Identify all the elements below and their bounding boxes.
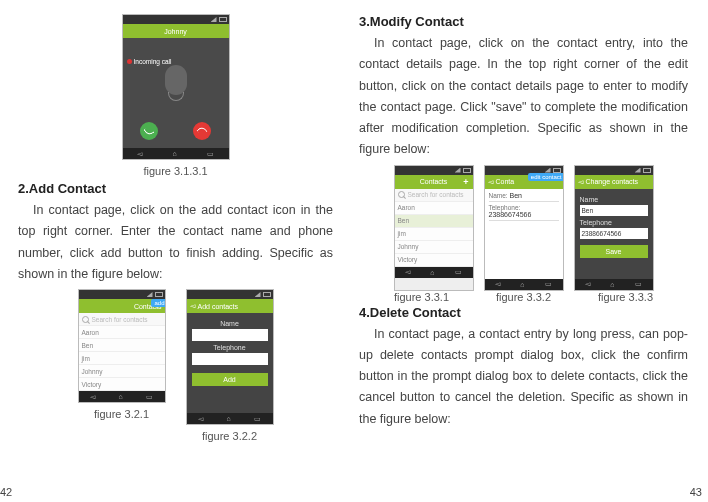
appbar-contact-detail: ◅ Conta edit contact bbox=[485, 175, 563, 189]
decline-button[interactable] bbox=[193, 122, 211, 140]
back-icon: ◅ bbox=[137, 150, 142, 158]
list-item[interactable]: Ben bbox=[79, 339, 165, 352]
search-row[interactable]: Search for contacts bbox=[79, 313, 165, 326]
name-label: Name bbox=[580, 196, 648, 203]
right-column: 3.Modify Contact In contact page, click … bbox=[345, 10, 690, 496]
recent-icon: ▭ bbox=[207, 150, 214, 158]
figure-caption: figure 3.3.3 bbox=[585, 291, 667, 303]
name-input[interactable] bbox=[192, 329, 268, 341]
android-nav-bar: ◅ ⌂ ▭ bbox=[123, 148, 229, 159]
signal-icon bbox=[211, 17, 217, 22]
telephone-input[interactable]: 23886674566 bbox=[580, 228, 648, 239]
phone-mock-incoming-call: Johnny Incoming call bbox=[122, 14, 230, 160]
section-2-title: 2.Add Contact bbox=[18, 181, 333, 196]
telephone-input[interactable] bbox=[192, 353, 268, 365]
figure-3-1-3-1: Johnny Incoming call bbox=[18, 14, 333, 177]
telephone-label: Telephone bbox=[580, 219, 648, 226]
save-button[interactable]: Save bbox=[580, 245, 648, 258]
appbar-contacts: Contacts + add contact bbox=[79, 299, 165, 313]
phone-down-icon bbox=[196, 125, 207, 136]
telephone-label: Telephone bbox=[192, 344, 268, 351]
list-item[interactable]: jim bbox=[395, 228, 473, 241]
telephone-value: 23886674566 bbox=[489, 211, 532, 218]
list-item[interactable]: jim bbox=[79, 352, 165, 365]
section-4-para: In contact page, a contact entry by long… bbox=[359, 324, 688, 430]
list-item[interactable]: Johnny bbox=[395, 241, 473, 254]
status-bar bbox=[123, 15, 229, 24]
list-item[interactable]: Aaron bbox=[395, 202, 473, 215]
appbar-add-contacts: ◅ Add contacts bbox=[187, 299, 273, 313]
list-item[interactable]: Victory bbox=[395, 254, 473, 267]
phone-mock-contacts-list: Contacts + add contact Search for contac… bbox=[78, 289, 166, 403]
figure-caption: figure 3.3.2 bbox=[483, 291, 565, 303]
list-item-selected[interactable]: Ben bbox=[395, 215, 473, 228]
name-input[interactable]: Ben bbox=[580, 205, 648, 216]
caller-name: Johnny bbox=[164, 28, 187, 35]
figures-3-2-row: Contacts + add contact Search for contac… bbox=[18, 289, 333, 442]
figure-caption: figure 3.1.3.1 bbox=[122, 165, 230, 177]
list-item[interactable]: Aaron bbox=[79, 326, 165, 339]
phone-mock-add-contact: ◅ Add contacts Name Telephone Add ◅⌂▭ bbox=[186, 289, 274, 425]
search-row[interactable]: Search for contacts bbox=[395, 189, 473, 202]
page-number-left: 42 bbox=[0, 486, 12, 498]
list-item[interactable]: Johnny bbox=[79, 365, 165, 378]
back-icon[interactable]: ◅ bbox=[488, 178, 493, 186]
mic-icon bbox=[165, 65, 187, 95]
add-contact-icon[interactable]: + bbox=[463, 177, 468, 187]
telephone-label: Telephone: bbox=[489, 204, 521, 211]
figure-caption: figure 3.2.2 bbox=[186, 430, 274, 442]
incoming-label: Incoming call bbox=[127, 58, 172, 65]
add-button[interactable]: Add bbox=[192, 373, 268, 386]
name-label: Name: bbox=[489, 192, 508, 199]
figure-caption: figure 3.2.1 bbox=[78, 408, 166, 420]
figures-3-3-row: Contacts+ Search for contacts Aaron Ben … bbox=[359, 165, 688, 291]
back-icon[interactable]: ◅ bbox=[578, 178, 583, 186]
figure-caption: figure 3.3.1 bbox=[381, 291, 463, 303]
phone-mock-contacts-list-2: Contacts+ Search for contacts Aaron Ben … bbox=[394, 165, 474, 291]
phone-mock-change-contact: ◅ Change contacts Name Ben Telephone 238… bbox=[574, 165, 654, 291]
call-header: Johnny bbox=[123, 24, 229, 38]
list-item[interactable]: Victory bbox=[79, 378, 165, 391]
answer-button[interactable] bbox=[140, 122, 158, 140]
add-contact-badge: add contact bbox=[151, 299, 165, 307]
battery-icon bbox=[219, 17, 227, 22]
name-value: Ben bbox=[509, 192, 521, 199]
phone-icon bbox=[144, 126, 155, 137]
edit-contact-badge[interactable]: edit contact bbox=[528, 173, 564, 181]
search-icon bbox=[82, 316, 89, 323]
section-4-title: 4.Delete Contact bbox=[359, 305, 688, 320]
section-3-title: 3.Modify Contact bbox=[359, 14, 688, 29]
page-number-right: 43 bbox=[690, 486, 702, 498]
left-column: Johnny Incoming call bbox=[0, 10, 345, 496]
section-2-para: In contact page, click on the add contac… bbox=[18, 200, 333, 285]
section-3-para: In contact page, click on the contact en… bbox=[359, 33, 688, 161]
record-dot-icon bbox=[127, 59, 132, 64]
name-label: Name bbox=[192, 320, 268, 327]
figure-3-3-captions: figure 3.3.1 figure 3.3.2 figure 3.3.3 bbox=[359, 291, 688, 303]
home-icon: ⌂ bbox=[172, 150, 176, 157]
appbar-change-contacts: ◅ Change contacts bbox=[575, 175, 653, 189]
phone-mock-contact-detail: ◅ Conta edit contact Name: Ben Telephone… bbox=[484, 165, 564, 291]
back-icon[interactable]: ◅ bbox=[190, 302, 195, 310]
